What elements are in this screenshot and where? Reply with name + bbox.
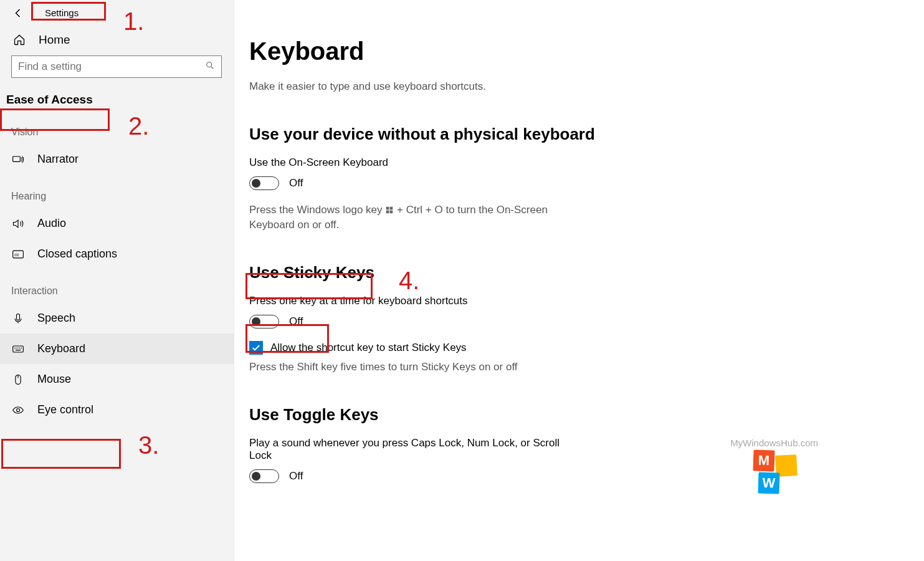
page-title: Keyboard (249, 37, 835, 65)
narrator-icon (11, 153, 25, 166)
osk-hint: Press the Windows logo key + Ctrl + O to… (249, 203, 586, 233)
sidebar: Settings Home Ease of Access Vision Narr… (0, 0, 234, 561)
windows-key-icon (385, 204, 397, 216)
sticky-toggle-state: Off (289, 315, 303, 328)
heading-sticky-keys: Use Sticky Keys (249, 263, 835, 282)
search-icon (205, 60, 215, 74)
osk-toggle[interactable] (249, 176, 279, 190)
sticky-toggle[interactable] (249, 315, 279, 328)
svg-rect-4 (17, 314, 20, 320)
sidebar-item-narrator[interactable]: Narrator (0, 144, 234, 175)
sidebar-item-speech[interactable]: Speech (0, 303, 234, 333)
mouse-icon (11, 373, 25, 386)
back-button[interactable] (12, 7, 25, 19)
sidebar-item-label: Narrator (37, 153, 79, 166)
svg-text:cc: cc (14, 252, 19, 257)
svg-rect-1 (13, 156, 21, 161)
sidebar-item-closed-captions[interactable]: cc Closed captions (0, 239, 234, 269)
closed-captions-icon: cc (11, 248, 25, 261)
sidebar-item-eye-control[interactable]: Eye control (0, 395, 234, 425)
sidebar-item-label: Audio (37, 217, 66, 230)
eye-icon (11, 404, 25, 416)
svg-rect-5 (13, 346, 24, 352)
svg-rect-10 (386, 210, 389, 213)
togglekeys-description: Play a sound whenever you press Caps Loc… (249, 437, 573, 462)
sidebar-item-label: Closed captions (37, 247, 117, 261)
togglekeys-toggle[interactable] (249, 469, 279, 483)
svg-rect-9 (390, 206, 393, 209)
main-panel: Keyboard Make it easier to type and use … (249, 37, 835, 496)
svg-point-0 (207, 62, 212, 67)
audio-icon (11, 218, 25, 230)
section-interaction: Interaction (0, 269, 234, 303)
sticky-allow-shortcut-label: Allow the shortcut key to start Sticky K… (270, 342, 467, 354)
svg-rect-8 (386, 206, 389, 209)
sticky-description: Press one key at a time for keyboard sho… (249, 295, 835, 307)
sidebar-item-audio[interactable]: Audio (0, 208, 234, 239)
svg-point-7 (17, 408, 20, 411)
speech-icon (11, 312, 25, 325)
sidebar-item-label: Eye control (37, 403, 93, 416)
window-title: Settings (36, 6, 87, 19)
heading-toggle-keys: Use Toggle Keys (249, 405, 835, 424)
osk-toggle-state: Off (289, 177, 303, 189)
sidebar-item-label: Mouse (37, 373, 71, 386)
togglekeys-toggle-state: Off (289, 470, 303, 482)
sidebar-item-home[interactable]: Home (0, 23, 234, 55)
sidebar-item-label: Keyboard (37, 342, 85, 355)
sidebar-home-label: Home (39, 33, 70, 47)
svg-rect-11 (390, 210, 393, 213)
section-hearing: Hearing (0, 175, 234, 208)
keyboard-icon (11, 343, 25, 355)
sticky-allow-shortcut-checkbox[interactable] (249, 341, 263, 355)
sidebar-item-mouse[interactable]: Mouse (0, 364, 234, 395)
osk-label: Use the On-Screen Keyboard (249, 156, 835, 169)
section-vision: Vision (0, 110, 234, 144)
search-input-wrap[interactable] (11, 55, 222, 78)
sidebar-item-keyboard[interactable]: Keyboard (0, 333, 234, 364)
sidebar-item-label: Speech (37, 312, 75, 325)
sticky-allow-hint: Press the Shift key five times to turn S… (249, 360, 586, 375)
search-input[interactable] (18, 60, 205, 73)
page-intro: Make it easier to type and use keyboard … (249, 79, 586, 95)
home-icon (12, 34, 26, 46)
heading-without-physical: Use your device without a physical keybo… (249, 125, 835, 144)
sidebar-category: Ease of Access (0, 89, 100, 110)
watermark-logo: M W (753, 450, 797, 494)
watermark-text: MyWindowsHub.com (730, 438, 818, 448)
